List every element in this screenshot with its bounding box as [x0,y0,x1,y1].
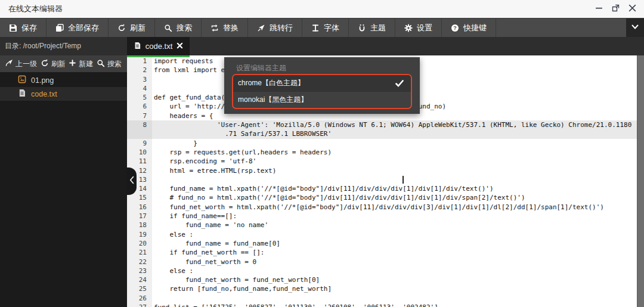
editor-row[interactable]: 20 fund_name = fund_name[0] [127,239,644,248]
code-text: fund_name = html.xpath('//*[@id="body"]/… [152,184,494,193]
search-button[interactable]: 搜索 [155,18,202,37]
file-list: 01.png code.txt [0,73,127,101]
editor-row[interactable]: 16 fund_net_worth = html.xpath('//*[@id=… [127,203,644,212]
settings-button[interactable]: 设置 [395,18,442,37]
line-number: 11 [127,157,152,166]
text-cursor [402,176,404,184]
tree-up-level-button[interactable]: 上一级 [5,59,37,69]
window-controls [594,4,637,14]
editor-row[interactable]: 22 fund_net_worth = 0 [127,258,644,266]
code-text: return [fund_no,fund_name,fund_net_worth… [152,284,332,293]
close-icon [628,4,636,14]
tree-search-button[interactable]: 搜索 [97,59,122,69]
line-number: 24 [127,275,152,284]
line-number: 26 [127,294,152,303]
font-button[interactable]: 字体 [302,18,349,37]
restore-button[interactable] [611,4,620,14]
save-button[interactable]: 保存 [0,18,47,37]
editor-row[interactable]: 13 [127,175,644,184]
code-text: rsp.encoding = 'utf-8' [152,157,256,166]
save-all-button[interactable]: 全部保存 [47,18,109,37]
file-sidebar: 上一级 刷新 新建 搜索 01.png code.txt [0,55,127,307]
toolbar-spacer [496,18,626,37]
tree-refresh-button[interactable]: 刷新 [41,59,66,69]
editor-row[interactable]: 8 'User-Agent': 'Mozilla/5.0 (Windows NT… [127,120,644,129]
minimize-button[interactable] [594,4,603,14]
close-button[interactable] [627,4,637,14]
editor-row[interactable]: 14 fund_name = html.xpath('//*[@id="body… [127,184,644,193]
image-file-icon [18,75,26,85]
line-number: 22 [127,258,152,266]
search-icon [97,59,105,69]
theme-option-monokai[interactable]: monokai【黑色主题】 [233,92,411,108]
code-text: if fund_name==[]: [152,212,237,221]
title-bar: 在线文本编辑器 [0,0,644,18]
tab-code-txt[interactable]: code.txt [127,37,190,55]
editor-row[interactable]: 9 } [127,139,644,148]
theme-button[interactable]: 主题 [349,18,395,37]
editor-row[interactable]: 26 [127,294,644,303]
app-window: 在线文本编辑器 保存 全部保存 刷新 搜索 替换 跳转行 字体 主题 设置 ? … [0,0,644,307]
code-text: # fund_no = html.xpath('//*[@id="body"]/… [152,193,525,202]
theme-popup-highlight-box: chrome【白色主题】 monokai【黑色主题】 [232,74,412,109]
tree-plus-button[interactable]: 新建 [69,59,93,69]
code-text: fund_list = ['161725', '005827', '011130… [152,303,438,307]
editor-row[interactable]: 19 else : [127,230,644,239]
code-text: headers = { [152,111,213,120]
shortcuts-button[interactable]: ? 快捷键 [442,18,496,37]
up-level-icon [5,59,13,69]
line-number: 6 [127,102,152,111]
editor-row[interactable]: 15 # fund_no = html.xpath('//*[@id="body… [127,193,644,202]
goto-line-button[interactable]: 跳转行 [248,18,302,37]
line-number: 1 [127,57,152,66]
goto-line-icon [257,24,265,32]
code-text: fund_net_worth = fund_net_worth[0] [152,275,320,284]
check-icon [395,80,404,87]
editor-row[interactable]: 27 fund_list = ['161725', '005827', '011… [127,303,644,307]
line-number: 5 [127,93,152,102]
code-text [152,84,154,93]
replace-button[interactable]: 替换 [202,18,248,37]
code-text: import requests [152,57,213,66]
tab-close-icon[interactable] [177,42,183,51]
document-icon [134,42,141,51]
editor-row[interactable]: 17 if fund_name==[]: [127,212,644,221]
text-file-icon [18,89,26,99]
editor-row[interactable]: 11 rsp.encoding = 'utf-8' [127,157,644,166]
active-tab-underline [127,55,190,57]
sidebar-collapse-handle[interactable] [126,168,137,195]
code-text: fund_name = 'no name' [152,221,268,230]
line-number: 25 [127,284,152,293]
line-number: 27 [127,303,152,307]
code-text: rsp = requests.get(url,headers = headers… [152,148,332,157]
search-icon [164,24,172,32]
editor-row[interactable]: .71 Safari/537.1 LBBROWSER' [127,129,644,138]
code-text: else : [152,266,193,275]
refresh-button[interactable]: 刷新 [109,18,155,37]
editor-row[interactable]: 10 rsp = requests.get(url,headers = head… [127,148,644,157]
toolbar-collapse-button[interactable] [626,18,644,37]
line-number: 9 [127,139,152,148]
tab-label: code.txt [145,42,173,51]
theme-popup-title: 设置编辑器主题 [224,57,420,73]
editor-row[interactable]: 12 html = etree.HTML(rsp.text) [127,166,644,175]
theme-option-chrome[interactable]: chrome【白色主题】 [233,75,411,92]
editor-row[interactable]: 24 fund_net_worth = fund_net_worth[0] [127,275,644,284]
line-number: 7 [127,111,152,120]
line-number: 19 [127,230,152,239]
editor-row[interactable]: 18 fund_name = 'no name' [127,221,644,230]
file-row-01-png[interactable]: 01.png [0,73,127,87]
code-text: html = etree.HTML(rsp.text) [152,166,276,175]
code-text: if fund_net_worth == []: [152,248,264,257]
editor-row[interactable]: 23 else : [127,266,644,275]
plus-icon [69,59,76,69]
file-row-code-txt[interactable]: code.txt [0,87,127,101]
editor-row[interactable]: 25 return [fund_no,fund_name,fund_net_wo… [127,284,644,293]
chevron-left-icon [129,176,134,187]
chevron-down-icon [631,23,639,33]
editor-scrollbar[interactable] [637,55,644,307]
code-text: fund_net_worth = 0 [152,258,256,266]
line-number: 17 [127,212,152,221]
editor-row[interactable]: 21 if fund_net_worth == []: [127,248,644,257]
refresh-icon [117,24,126,32]
